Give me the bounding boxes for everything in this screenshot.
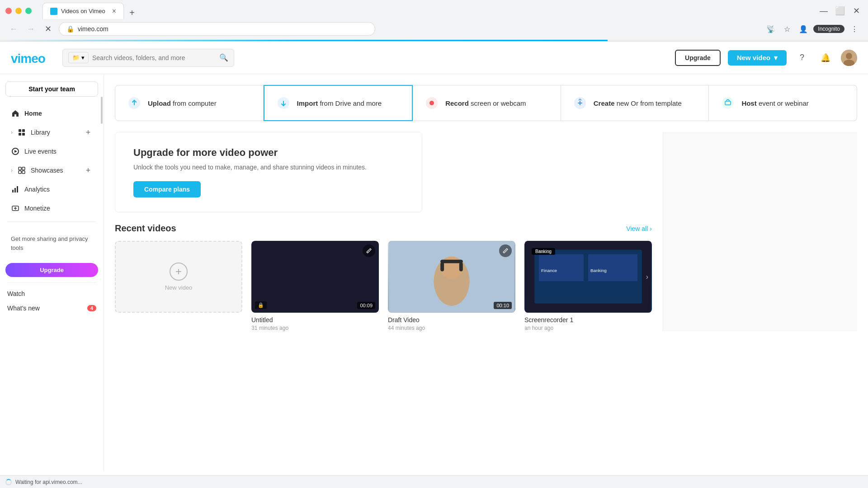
menu-icon[interactable]: ⋮: [848, 23, 861, 35]
host-icon: [720, 95, 736, 111]
avatar[interactable]: [841, 50, 857, 66]
video-time-draft: 44 minutes ago: [388, 325, 515, 331]
untitled-thumbnail: 00:09 🔒: [251, 241, 379, 313]
host-title: Host event or webinar: [741, 99, 808, 107]
upload-option-host[interactable]: Host event or webinar: [709, 85, 857, 121]
upload-option-upload[interactable]: Upload from computer: [115, 85, 264, 121]
new-video-card[interactable]: + New video: [115, 241, 242, 331]
compare-plans-btn[interactable]: Compare plans: [133, 181, 201, 197]
duration-badge-untitled: 00:09: [357, 302, 375, 309]
tab-bar: Videos on Vimeo × +: [37, 3, 144, 19]
folder-icon-chevron: ▾: [81, 54, 85, 61]
sidebar-item-analytics[interactable]: Analytics: [4, 180, 100, 198]
record-icon: [424, 95, 440, 111]
upload-option-create[interactable]: Create new Or from template: [561, 85, 709, 121]
video-card-screen[interactable]: Finance Banking Finance Banking ›: [524, 241, 652, 331]
svg-rect-15: [14, 188, 16, 192]
sidebar-watch[interactable]: Watch: [0, 286, 104, 301]
upload-bold: Upload: [148, 99, 171, 107]
new-video-dropdown-icon: ▾: [774, 54, 778, 62]
upload-option-text-record: Record screen or webcam: [445, 99, 526, 107]
edit-badge-untitled[interactable]: [363, 244, 375, 257]
sidebar-item-library[interactable]: › Library +: [4, 123, 100, 141]
upgrade-button[interactable]: Upgrade: [675, 50, 721, 66]
svg-rect-7: [22, 133, 25, 136]
address-bar[interactable]: 🔒 vimeo.com: [59, 22, 375, 36]
vimeo-logo[interactable]: vimeo: [11, 51, 52, 65]
svg-rect-10: [19, 167, 21, 170]
svg-text:Banking: Banking: [590, 268, 607, 273]
new-video-plus-icon: +: [170, 263, 188, 281]
upload-option-record[interactable]: Record screen or webcam: [413, 85, 561, 121]
sidebar-divider-2: [7, 282, 96, 283]
bookmark-icon[interactable]: ☆: [781, 23, 793, 35]
sidebar-item-home[interactable]: Home: [4, 104, 100, 122]
new-video-button[interactable]: New video ▾: [728, 50, 787, 66]
create-bold: Create: [594, 99, 615, 107]
back-btn[interactable]: ←: [7, 23, 20, 35]
sidebar-whats-new[interactable]: What's new 4: [0, 301, 104, 315]
search-bar[interactable]: 📁 ▾ 🔍: [62, 49, 234, 67]
close-btn[interactable]: [5, 8, 12, 14]
incognito-label: Incognito: [818, 26, 840, 32]
help-icon[interactable]: ?: [794, 50, 810, 66]
showcases-add-btn[interactable]: +: [84, 166, 93, 175]
home-icon: [11, 109, 20, 118]
minimize-btn[interactable]: [15, 8, 22, 14]
url-text: vimeo.com: [78, 25, 108, 33]
profile-icon[interactable]: 👤: [797, 23, 810, 35]
loading-bar: [0, 40, 608, 41]
create-icon: [572, 95, 588, 111]
sidebar-upgrade-prompt: Get more sharing and privacy tools: [5, 229, 98, 258]
monetize-icon: [11, 204, 20, 213]
start-team-btn[interactable]: Start your team: [5, 81, 98, 97]
svg-rect-30: [440, 260, 463, 263]
tab-close-btn[interactable]: ×: [112, 8, 116, 15]
upload-option-text-create: Create new Or from template: [594, 99, 682, 107]
lock-badge-untitled: 🔒: [255, 301, 267, 309]
notifications-icon[interactable]: 🔔: [817, 50, 834, 66]
screen-thumbnail: Finance Banking Finance Banking ›: [524, 241, 652, 313]
window-close-btn[interactable]: ✕: [850, 5, 863, 17]
video-card-untitled[interactable]: 00:09 🔒 Untitled 31 minutes ago: [251, 241, 379, 331]
content-area: Upload from computer Import from: [104, 74, 868, 472]
new-tab-btn[interactable]: +: [126, 6, 138, 19]
search-input[interactable]: [92, 54, 216, 61]
showcases-icon: [17, 166, 26, 175]
content-split: Upgrade for more video power Unlock the …: [115, 132, 857, 331]
svg-rect-14: [12, 190, 14, 192]
upload-option-import[interactable]: Import from Drive and more: [264, 85, 413, 121]
sidebar-item-showcases[interactable]: › Showcases +: [4, 161, 100, 179]
sidebar-item-monetize[interactable]: Monetize: [4, 199, 100, 217]
upload-option-text-upload: Upload from computer: [148, 99, 217, 107]
import-title: Import from Drive and more: [297, 99, 382, 107]
view-all-label: View all: [626, 225, 648, 232]
reload-btn[interactable]: ✕: [42, 23, 54, 35]
sidebar-item-live-events[interactable]: Live events: [4, 142, 100, 160]
browser-tab[interactable]: Videos on Vimeo ×: [42, 3, 124, 19]
window-minimize-btn[interactable]: —: [817, 5, 830, 17]
search-icon: 🔍: [219, 53, 228, 62]
tab-title: Videos on Vimeo: [61, 8, 105, 14]
svg-text:Finance: Finance: [541, 268, 557, 273]
library-add-btn[interactable]: +: [84, 128, 93, 137]
sidebar-upgrade-btn[interactable]: Upgrade: [5, 263, 98, 277]
window-restore-btn[interactable]: ⬜: [834, 5, 846, 17]
view-all-chevron: ›: [650, 225, 652, 232]
sidebar: Start your team Home › Library +: [0, 74, 104, 472]
maximize-btn[interactable]: [25, 8, 32, 14]
whats-new-badge: 4: [87, 305, 96, 311]
video-card-draft[interactable]: 00:10 Draft Video 44 minutes ago: [388, 241, 515, 331]
upgrade-banner: Upgrade for more video power Unlock the …: [115, 132, 422, 212]
svg-point-21: [429, 101, 434, 105]
view-all-link[interactable]: View all ›: [626, 225, 652, 232]
svg-rect-4: [19, 129, 21, 132]
forward-btn[interactable]: →: [24, 23, 37, 35]
folder-filter-btn[interactable]: 📁 ▾: [68, 52, 89, 63]
tab-favicon: [50, 8, 57, 15]
watch-label: Watch: [7, 290, 25, 297]
cast-icon[interactable]: 📡: [764, 23, 777, 35]
video-grid: + New video: [115, 241, 652, 331]
sidebar-scroll-indicator: [101, 97, 103, 124]
sidebar-library-label: Library: [31, 129, 79, 136]
